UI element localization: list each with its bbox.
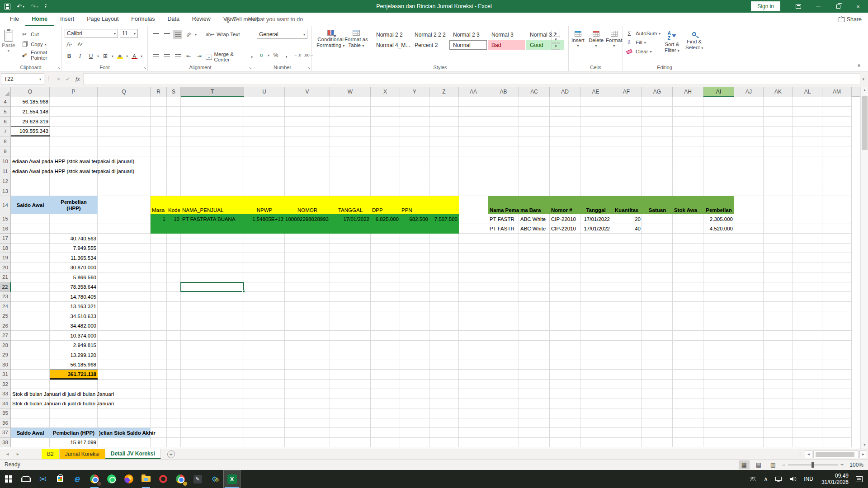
gridcell-AL37[interactable] xyxy=(793,428,822,438)
gridcell-AK19[interactable] xyxy=(764,253,793,263)
excel-icon[interactable]: X xyxy=(223,470,241,488)
tab-file[interactable]: File xyxy=(4,13,25,26)
gridcell-AA28[interactable] xyxy=(459,341,488,351)
chrome-icon[interactable] xyxy=(86,470,103,488)
col-header-Q[interactable]: Q xyxy=(98,87,151,97)
cell-style-normal-3[interactable]: Normal 3 xyxy=(488,30,525,39)
gridcell-AL35[interactable] xyxy=(793,408,822,418)
cell-AI15[interactable]: 2.305.000 xyxy=(703,214,734,224)
gridcell-AH6[interactable] xyxy=(673,117,703,127)
gridcell-AM34[interactable] xyxy=(822,399,852,409)
cell-Z14[interactable] xyxy=(429,196,459,214)
col-header-AG[interactable]: AG xyxy=(642,87,673,97)
gridcell-O9[interactable] xyxy=(11,146,50,156)
gridcell-AM19[interactable] xyxy=(822,253,852,263)
gridcell-AG7[interactable] xyxy=(642,127,673,136)
gridcell-W25[interactable] xyxy=(330,311,371,321)
cell-Q37[interactable]: )elian Stok Saldo Akhir xyxy=(98,428,151,438)
gridcell-AL6[interactable] xyxy=(793,117,822,127)
gridcell-AJ13[interactable] xyxy=(734,186,764,196)
gridcell-AG5[interactable] xyxy=(642,107,673,117)
gridcell-X17[interactable] xyxy=(371,234,400,244)
row-header-32[interactable]: 32 xyxy=(0,380,11,389)
format-cells-button[interactable]: Format▾ xyxy=(606,29,622,48)
row-header-28[interactable]: 28 xyxy=(0,341,11,351)
gridcell-R31[interactable] xyxy=(151,370,167,380)
gridcell-U37[interactable] xyxy=(244,428,285,438)
gridcell-O35[interactable] xyxy=(11,408,50,418)
gridcell-S30[interactable] xyxy=(167,360,181,370)
gridcell-U21[interactable] xyxy=(244,272,285,282)
gridcell-AL20[interactable] xyxy=(793,263,822,273)
gridcell-U13[interactable] xyxy=(244,186,285,196)
gridcell-AG33[interactable] xyxy=(642,389,673,399)
gridcell-V7[interactable] xyxy=(285,127,330,136)
gridcell-Q13[interactable] xyxy=(98,186,151,196)
gridcell-P13[interactable] xyxy=(50,186,98,196)
gridcell-R12[interactable] xyxy=(151,176,167,186)
cell-AI14[interactable]: Pembelian xyxy=(703,196,734,214)
gridcell-AE12[interactable] xyxy=(580,176,611,186)
gridcell-AJ9[interactable] xyxy=(734,146,764,156)
gridcell-AL17[interactable] xyxy=(793,234,822,244)
gridcell-AC24[interactable] xyxy=(519,302,550,312)
gridcell-Z38[interactable] xyxy=(429,438,459,448)
cell-AD14[interactable]: Nomor # xyxy=(550,196,580,214)
cell-style-percent-2[interactable]: Percent 2 xyxy=(411,40,448,50)
gridcell-R20[interactable] xyxy=(151,263,167,273)
col-header-V[interactable]: V xyxy=(285,87,330,97)
gridcell-U4[interactable] xyxy=(244,97,285,107)
col-header-AM[interactable]: AM xyxy=(822,87,852,97)
cell-Z15[interactable]: 7.507.500 xyxy=(429,214,459,224)
gridcell-AI31[interactable] xyxy=(703,370,734,380)
gridcell-AG23[interactable] xyxy=(642,292,673,302)
gridcell-T23[interactable] xyxy=(181,292,244,302)
gridcell-AA30[interactable] xyxy=(459,360,488,370)
cell-P26[interactable]: 34.482.000 xyxy=(50,321,98,331)
gridcell-AD21[interactable] xyxy=(550,272,580,282)
gridcell-AD30[interactable] xyxy=(550,360,580,370)
sign-in-button[interactable]: Sign in xyxy=(751,1,780,11)
gridcell-AG21[interactable] xyxy=(642,272,673,282)
gridcell-S37[interactable] xyxy=(167,428,181,438)
gridcell-AJ32[interactable] xyxy=(734,380,764,389)
gridcell-AJ33[interactable] xyxy=(734,389,764,399)
cell-AC16[interactable]: ABC White xyxy=(519,224,550,234)
gridcell-Y20[interactable] xyxy=(400,263,429,273)
gridcell-S34[interactable] xyxy=(167,399,181,409)
gridcell-AI5[interactable] xyxy=(703,107,734,117)
gridcell-V8[interactable] xyxy=(285,136,330,146)
gridcell-W26[interactable] xyxy=(330,321,371,331)
row-header-6[interactable]: 6 xyxy=(0,117,11,127)
gridcell-AA35[interactable] xyxy=(459,408,488,418)
tab-page-layout[interactable]: Page Layout xyxy=(80,13,125,26)
gridcell-AC33[interactable] xyxy=(519,389,550,399)
cancel-formula-icon[interactable]: × xyxy=(57,76,60,82)
gridcell-T4[interactable] xyxy=(181,97,244,107)
align-right-button[interactable] xyxy=(173,52,182,61)
gridcell-Y18[interactable] xyxy=(400,244,429,253)
gridcell-W18[interactable] xyxy=(330,244,371,253)
gridcell-O36[interactable] xyxy=(11,418,50,428)
fill-handle[interactable] xyxy=(242,290,245,293)
gridcell-AA31[interactable] xyxy=(459,370,488,380)
gridcell-AJ38[interactable] xyxy=(734,438,764,448)
gridcell-AH23[interactable] xyxy=(673,292,703,302)
gridcell-AF31[interactable] xyxy=(611,370,642,380)
cell-P31[interactable]: 361.721.118 xyxy=(50,370,98,380)
gridcell-AF8[interactable] xyxy=(611,136,642,146)
gridcell-AM13[interactable] xyxy=(822,186,852,196)
gridcell-AF7[interactable] xyxy=(611,127,642,136)
gridcell-V34[interactable] xyxy=(285,399,330,409)
gridcell-AJ28[interactable] xyxy=(734,341,764,351)
gridcell-AF10[interactable] xyxy=(611,156,642,166)
gridcell-AF34[interactable] xyxy=(611,399,642,409)
gridcell-AH30[interactable] xyxy=(673,360,703,370)
gridcell-AK12[interactable] xyxy=(764,176,793,186)
gridcell-AJ17[interactable] xyxy=(734,234,764,244)
align-center-button[interactable] xyxy=(162,52,171,61)
row-header-35[interactable]: 35 xyxy=(0,408,11,418)
gridcell-AM23[interactable] xyxy=(822,292,852,302)
gridcell-R34[interactable] xyxy=(151,399,167,409)
gridcell-X28[interactable] xyxy=(371,341,400,351)
